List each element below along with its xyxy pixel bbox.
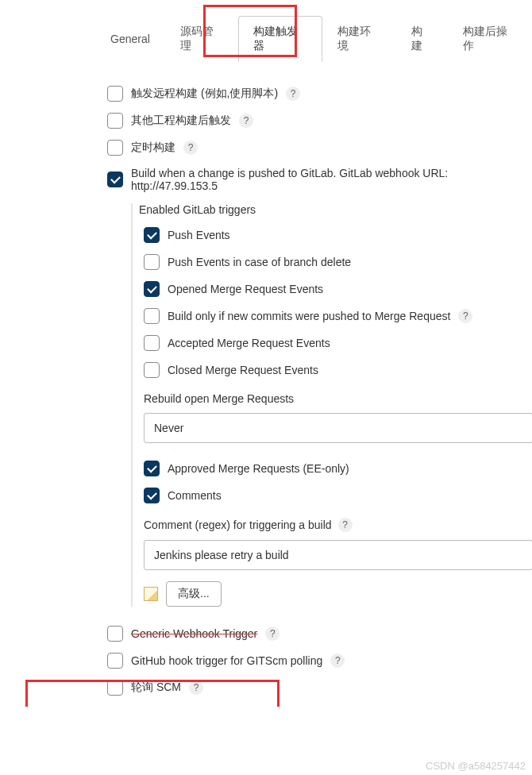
checkbox-after-other[interactable] (107, 113, 123, 129)
checkbox-gitlab[interactable] (107, 172, 123, 187)
label-github-hook: GitHub hook trigger for GITScm polling (131, 654, 322, 667)
tab-build-triggers[interactable]: 构建触发器 (238, 16, 322, 62)
help-icon[interactable]: ? (330, 654, 345, 668)
tab-build[interactable]: 构建 (396, 16, 448, 62)
label-poll-scm: 轮询 SCM (131, 681, 181, 695)
checkbox-approved-mr[interactable] (144, 461, 160, 476)
advanced-button[interactable]: 高级... (166, 581, 222, 607)
help-icon[interactable]: ? (183, 141, 198, 155)
help-icon[interactable]: ? (458, 309, 472, 323)
help-icon[interactable]: ? (239, 114, 253, 128)
label-scheduled: 定时构建 (131, 141, 175, 155)
checkbox-build-only-new[interactable] (144, 308, 160, 324)
label-opened-mr: Opened Merge Request Events (168, 283, 323, 295)
help-icon[interactable]: ? (338, 518, 353, 532)
checkbox-push-events[interactable] (144, 227, 160, 243)
label-gitlab: Build when a change is pushed to GitLab.… (131, 167, 532, 192)
label-closed-mr: Closed Merge Request Events (168, 364, 318, 376)
checkbox-generic-webhook[interactable] (107, 626, 123, 642)
tab-post-build[interactable]: 构建后操作 (448, 16, 532, 62)
tab-general[interactable]: General (95, 24, 165, 54)
checkbox-comments[interactable] (144, 488, 160, 503)
checkbox-github-hook[interactable] (107, 653, 123, 669)
label-approved-mr: Approved Merge Requests (EE-only) (168, 462, 349, 475)
label-generic-webhook: Generic Webhook Trigger (131, 627, 257, 640)
label-comment-regex: Comment (regex) for triggering a build ? (144, 518, 532, 532)
input-comment-regex[interactable]: Jenkins please retry a build (144, 540, 532, 570)
help-icon[interactable]: ? (265, 627, 279, 641)
tab-scm[interactable]: 源码管理 (165, 16, 238, 62)
checkbox-opened-mr[interactable] (144, 281, 160, 297)
checkbox-remote-build[interactable] (107, 86, 123, 102)
checkbox-push-delete[interactable] (144, 254, 160, 270)
help-icon[interactable]: ? (189, 681, 203, 695)
label-push-delete: Push Events in case of branch delete (168, 256, 351, 268)
checkbox-poll-scm[interactable] (107, 680, 123, 696)
label-after-other: 其他工程构建后触发 (131, 114, 231, 128)
section-title-gitlab-triggers: Enabled GitLab triggers (139, 203, 532, 216)
tab-build-env[interactable]: 构建环境 (322, 16, 395, 62)
label-accepted-mr: Accepted Merge Request Events (168, 337, 330, 349)
note-icon (144, 587, 158, 601)
checkbox-scheduled[interactable] (107, 140, 123, 156)
help-icon[interactable]: ? (286, 87, 300, 101)
label-push-events: Push Events (168, 229, 230, 241)
label-comments: Comments (168, 489, 222, 502)
checkbox-accepted-mr[interactable] (144, 335, 160, 351)
checkbox-closed-mr[interactable] (144, 362, 160, 378)
label-rebuild-mr: Rebuild open Merge Requests (144, 392, 532, 405)
select-rebuild-mr[interactable]: Never (144, 413, 532, 443)
label-build-only-new: Build only if new commits were pushed to… (168, 310, 450, 322)
label-remote-build: 触发远程构建 (例如,使用脚本) (131, 87, 278, 101)
